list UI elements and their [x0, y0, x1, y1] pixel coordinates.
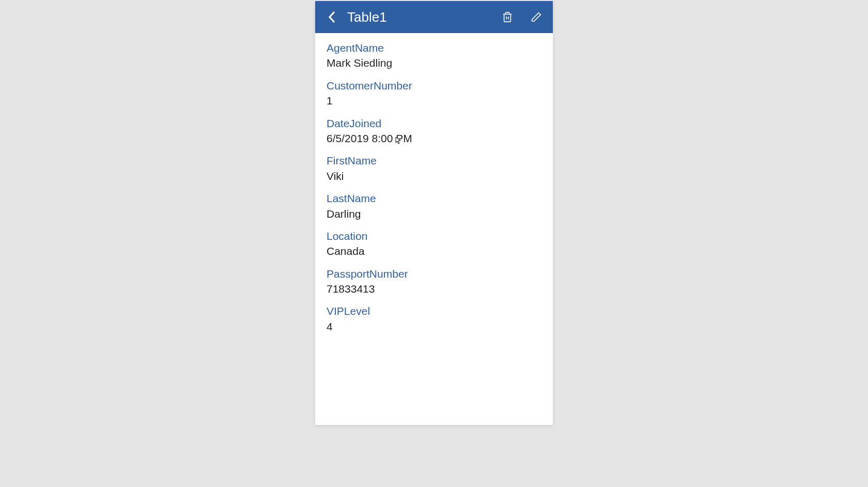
back-button[interactable]	[324, 10, 339, 24]
field-label: CustomerNumber	[327, 78, 541, 93]
delete-button[interactable]	[500, 10, 515, 24]
field-customernumber: CustomerNumber 1	[327, 78, 541, 109]
field-label: FirstName	[327, 153, 541, 168]
field-value: Mark Siedling	[327, 55, 541, 70]
field-label: AgentName	[327, 40, 541, 55]
field-value: Darling	[327, 206, 541, 221]
field-label: LastName	[327, 191, 541, 206]
app-container: Table1 AgentName Mark Siedling	[315, 1, 553, 425]
pencil-icon	[531, 11, 542, 23]
field-value: Canada	[327, 244, 541, 258]
field-viplevel: VIPLevel 4	[327, 303, 541, 334]
field-label: VIPLevel	[327, 303, 541, 318]
field-firstname: FirstName Viki	[327, 153, 541, 184]
field-label: DateJoined	[327, 116, 541, 131]
field-agentname: AgentName Mark Siedling	[327, 40, 541, 71]
field-value: 71833413	[327, 281, 541, 296]
field-value: 4	[327, 319, 541, 334]
detail-content: AgentName Mark Siedling CustomerNumber 1…	[315, 33, 553, 348]
field-lastname: LastName Darling	[327, 191, 541, 221]
field-datejoined: DateJoined 6/5/2019 8:00 PM	[327, 116, 541, 146]
header-bar: Table1	[315, 1, 553, 33]
edit-button[interactable]	[529, 10, 544, 24]
field-label: PassportNumber	[327, 266, 541, 281]
field-location: Location Canada	[327, 229, 541, 259]
field-value: 1	[327, 93, 541, 108]
field-label: Location	[327, 229, 541, 244]
chevron-left-icon	[328, 11, 335, 23]
page-title: Table1	[347, 9, 500, 25]
field-passportnumber: PassportNumber 71833413	[327, 266, 541, 297]
field-value: 6/5/2019 8:00 PM	[327, 131, 541, 146]
header-actions	[500, 10, 544, 24]
trash-icon	[502, 11, 513, 23]
field-value: Viki	[327, 169, 541, 184]
